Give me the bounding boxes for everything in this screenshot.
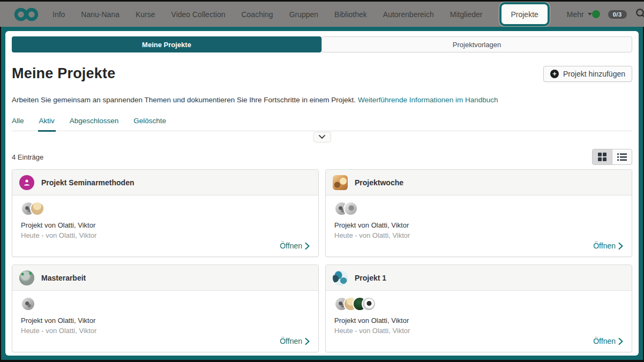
card-owner: Projekt von Olatti, Viktor [334, 316, 623, 326]
card-body: Projekt von Olatti, Viktor Heute - von O… [326, 291, 632, 352]
project-card[interactable]: Projektwoche Projekt von Olatti, Viktor … [325, 169, 632, 257]
card-title: Projektwoche [355, 178, 403, 187]
tab-meine-projekte[interactable]: Meine Projekte [12, 36, 321, 52]
project-card[interactable]: Masterarbeit Projekt von Olatti, Viktor … [12, 265, 319, 352]
infinity-logo-icon[interactable] [14, 7, 39, 22]
topbar-right-cluster: 0/3 [592, 6, 644, 23]
card-updated: Heute - von Olatti, Viktor [21, 326, 310, 336]
chevron-down-icon [319, 135, 325, 139]
online-status-dot [592, 10, 600, 18]
entries-row: 4 Einträge [12, 149, 632, 165]
card-title: Masterarbeit [41, 274, 86, 282]
open-label: Öffnen [593, 337, 616, 345]
card-owner: Projekt von Olatti, Viktor [21, 316, 310, 326]
heading-row: Meine Projekte + Projekt hinzufügen [12, 65, 632, 82]
search-icon[interactable] [635, 7, 644, 21]
member-avatars [334, 297, 623, 311]
nav-item-mitglieder[interactable]: Mitglieder [450, 10, 483, 19]
photo-orange-icon [333, 175, 348, 190]
open-label: Öffnen [593, 242, 616, 250]
project-cards-grid: Projekt Seminarmethoden Projekt von Olat… [12, 169, 632, 352]
description-text: Arbeiten Sie gemeinsam an spannenden The… [12, 96, 356, 104]
entries-count: 4 Einträge [12, 153, 43, 161]
card-title: Projekt Seminarmethoden [41, 178, 134, 187]
card-owner: Projekt von Olatti, Viktor [334, 221, 623, 231]
counter-badge: 0/3 [608, 10, 627, 19]
person-pink-icon [19, 175, 34, 190]
chevron-right-icon [618, 243, 623, 250]
tab-projektvorlagen[interactable]: Projektvorlagen [321, 36, 632, 52]
projects-panel: Meine Projekte Projektvorlagen Meine Pro… [5, 31, 639, 356]
add-project-button[interactable]: + Projekt hinzufügen [543, 66, 632, 82]
member-avatars [334, 201, 623, 216]
member-avatar [343, 201, 358, 216]
nav-item-projekte-highlighted[interactable]: Projekte [499, 2, 549, 26]
nav-item-autorenbereich[interactable]: Autorenbereich [383, 10, 434, 19]
member-avatar [21, 297, 35, 311]
chevron-down-icon [588, 13, 592, 16]
card-body: Projekt von Olatti, Viktor Heute - von O… [326, 195, 632, 257]
filter-aktiv[interactable]: Aktiv [39, 117, 55, 131]
nav-item-info[interactable]: Info [53, 10, 65, 19]
open-project-link[interactable]: Öffnen [280, 337, 310, 345]
card-owner: Projekt von Olatti, Viktor [21, 221, 310, 231]
nav-item-gruppen[interactable]: Gruppen [289, 10, 318, 19]
chevron-right-icon [305, 243, 310, 250]
app-screen: Info Nanu-Nana Kurse Video Collection Co… [0, 0, 644, 362]
grid-view-button[interactable] [592, 149, 612, 165]
card-title: Projekt 1 [355, 274, 386, 282]
grid-view-icon [598, 153, 606, 161]
expand-filters-button[interactable] [313, 132, 331, 142]
open-label: Öffnen [280, 242, 302, 250]
top-navigation-bar: Info Nanu-Nana Kurse Video Collection Co… [0, 2, 644, 27]
filter-alle[interactable]: Alle [12, 117, 24, 131]
project-card[interactable]: Projekt 1 Projekt von Olatti, Viktor Heu… [325, 265, 632, 352]
handbook-link[interactable]: Weiterführende Informationen im Handbuch [358, 96, 498, 104]
member-avatar [30, 201, 44, 216]
plus-icon: + [550, 70, 559, 78]
tour-highlight-frame: Meine Projekte Projektvorlagen Meine Pro… [1, 27, 643, 360]
nav-item-mehr-label: Mehr [567, 10, 584, 19]
nav-item-nanu-nana[interactable]: Nanu-Nana [81, 10, 119, 19]
list-view-button[interactable] [612, 149, 632, 165]
card-header: Projekt 1 [326, 265, 632, 291]
filter-tabs: Alle Aktiv Abgeschlossen Gelöschte [12, 117, 632, 131]
statue-gray-icon [19, 270, 34, 285]
project-card[interactable]: Projekt Seminarmethoden Projekt von Olat… [12, 169, 319, 257]
filter-geloeschte[interactable]: Gelöschte [133, 117, 166, 131]
nav-item-projekte-label: Projekte [511, 10, 538, 19]
globe-icon [333, 270, 348, 285]
card-updated: Heute - von Olatti, Viktor [334, 326, 623, 336]
card-header: Projekt Seminarmethoden [12, 170, 318, 195]
page-description: Arbeiten Sie gemeinsam an spannenden The… [12, 96, 632, 104]
nav-item-kurse[interactable]: Kurse [136, 10, 155, 19]
nav-item-coaching[interactable]: Coaching [241, 10, 273, 19]
open-project-link[interactable]: Öffnen [593, 242, 623, 250]
chevron-right-icon [305, 338, 310, 345]
member-avatars [21, 201, 310, 216]
open-label: Öffnen [280, 337, 302, 345]
page-title: Meine Projekte [12, 65, 115, 82]
view-toggle [592, 149, 632, 165]
filter-abgeschlossen[interactable]: Abgeschlossen [70, 117, 119, 131]
chevron-right-icon [618, 338, 623, 345]
nav-items: Info Nanu-Nana Kurse Video Collection Co… [53, 2, 592, 26]
card-header: Projektwoche [326, 170, 632, 195]
member-avatar [362, 297, 376, 311]
card-updated: Heute - von Olatti, Viktor [334, 231, 623, 241]
nav-item-mehr[interactable]: Mehr [567, 10, 592, 19]
add-project-button-label: Projekt hinzufügen [563, 70, 625, 78]
expander-row [12, 132, 632, 142]
open-project-link[interactable]: Öffnen [593, 337, 623, 345]
card-updated: Heute - von Olatti, Viktor [21, 231, 310, 241]
open-project-link[interactable]: Öffnen [280, 242, 310, 250]
list-view-icon [617, 153, 627, 161]
nav-item-bibliothek[interactable]: Bibliothek [334, 10, 367, 19]
member-avatars [21, 297, 310, 311]
card-header: Masterarbeit [12, 265, 318, 291]
card-body: Projekt von Olatti, Viktor Heute - von O… [12, 291, 318, 352]
projects-tab-bar: Meine Projekte Projektvorlagen [12, 36, 632, 52]
card-body: Projekt von Olatti, Viktor Heute - von O… [12, 195, 318, 257]
nav-item-video-collection[interactable]: Video Collection [171, 10, 226, 19]
